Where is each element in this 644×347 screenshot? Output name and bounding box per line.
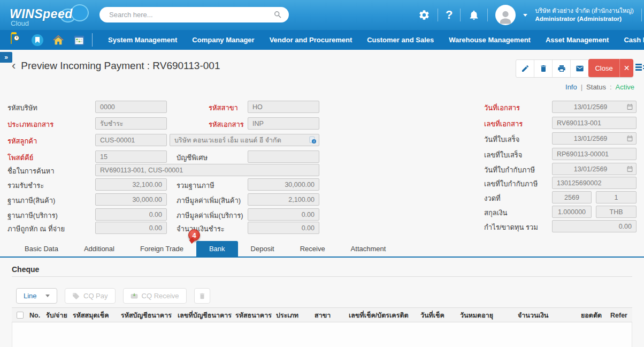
- menu-customer-sales[interactable]: Customer and Sales: [359, 30, 441, 50]
- user-company: บริษัท ตัวอย่าง จำกัด (สำนักงานใหญ่): [535, 7, 633, 14]
- detail-tabbar: Basic Data Additional Foreign Trade Bank…: [0, 242, 644, 258]
- edit-button[interactable]: [516, 60, 534, 77]
- col-cheque-card-no[interactable]: เลขที่เช็ค/บัตรเครดิต: [349, 308, 409, 323]
- field-document-no[interactable]: RV690113-001: [552, 117, 637, 129]
- field-total-gain-loss[interactable]: 0.00: [552, 220, 637, 232]
- cq-receive-button[interactable]: CQ Receive: [123, 288, 187, 304]
- field-tax-invoice-no[interactable]: 130125690002: [552, 177, 637, 189]
- field-receipt-no[interactable]: RP690113-00001: [552, 148, 637, 160]
- search-input[interactable]: [109, 7, 270, 22]
- calendar-icon[interactable]: [626, 165, 633, 172]
- field-payment-amount[interactable]: 0.00: [248, 222, 319, 234]
- field-branch-code[interactable]: HO: [248, 101, 319, 113]
- menu-company-manager[interactable]: Company Manager: [185, 30, 262, 50]
- settings-gear-icon[interactable]: [418, 9, 430, 21]
- col-bank-account-code[interactable]: รหัสบัญชีธนาคาร: [121, 308, 172, 323]
- col-expiry-date[interactable]: วันหมดอายุ: [460, 308, 493, 323]
- user-avatar[interactable]: [495, 5, 516, 25]
- label-vat-services: ภาษีมูลค่าเพิ่ม(บริการ): [177, 210, 243, 221]
- label-receipt-date: วันที่ใบเสร็จ: [484, 134, 519, 145]
- delete-line-button[interactable]: [194, 288, 210, 304]
- field-tax-base-services[interactable]: 0.00: [95, 208, 167, 221]
- home-icon[interactable]: [52, 34, 64, 46]
- menu-asset-management[interactable]: Asset Management: [538, 30, 616, 50]
- label-post-key: โพสต์คีย์: [7, 152, 33, 163]
- field-customer-code[interactable]: CUS-00001: [95, 134, 167, 146]
- close-x-icon[interactable]: ✕: [619, 59, 633, 77]
- col-refer[interactable]: Refer: [610, 308, 627, 323]
- menu-warehouse-management[interactable]: Warehouse Management: [441, 30, 538, 50]
- col-receive-pay[interactable]: รับ/จ่าย: [46, 308, 67, 323]
- col-cheque-book-code[interactable]: รหัสสมุดเช็ค: [73, 308, 109, 323]
- calendar-icon[interactable]: [626, 103, 633, 110]
- expand-sidebar-icon[interactable]: »: [0, 52, 12, 63]
- field-total-tax-base[interactable]: 30,000.00: [248, 178, 319, 191]
- tab-basic-data[interactable]: Basic Data: [12, 241, 71, 257]
- col-cheque-date[interactable]: วันที่เช็ค: [420, 308, 444, 323]
- chevron-down-icon[interactable]: [523, 14, 527, 17]
- col-type[interactable]: ประเภท: [276, 308, 298, 323]
- label-branch-code: รหัสสาขา: [209, 102, 238, 114]
- winspeed-logo[interactable]: WINSpeed Cloud: [10, 3, 90, 28]
- field-vat-goods[interactable]: 2,100.00: [248, 193, 319, 206]
- calendar-icon[interactable]: [626, 135, 633, 142]
- cq-pay-button[interactable]: CQ Pay: [65, 288, 116, 304]
- tab-deposit[interactable]: Deposit: [238, 241, 287, 257]
- col-deducted[interactable]: ยอดตัด: [581, 308, 602, 323]
- field-period-no[interactable]: 1: [596, 191, 637, 203]
- label-tax-base-services: ฐานภาษี(บริการ): [7, 210, 58, 221]
- bookmark-icon[interactable]: [32, 34, 43, 46]
- menu-vendor-procurement[interactable]: Vendor and Procurement: [262, 30, 360, 50]
- field-search-name[interactable]: RV690113-001, CUS-00001: [95, 164, 319, 176]
- folder-clock-icon[interactable]: [11, 34, 22, 46]
- field-receipt-date[interactable]: 13/01/2569: [552, 132, 637, 145]
- field-customer-name[interactable]: บริษัท คอนเวเยอร์ เอ็ม แอนด์ อี จำกัด i: [170, 134, 319, 146]
- field-document-date[interactable]: 13/01/2569: [552, 101, 637, 113]
- menu-list-icon[interactable]: [635, 64, 644, 72]
- field-period-year[interactable]: 2569: [552, 191, 592, 203]
- field-total-received[interactable]: 32,100.00: [95, 178, 167, 191]
- menu-cash-management[interactable]: Cash Management: [616, 30, 644, 50]
- tab-additional[interactable]: Additional: [71, 241, 127, 257]
- col-amount[interactable]: จำนวนเงิน: [518, 308, 548, 323]
- notifications-bell-icon[interactable]: [468, 9, 480, 21]
- field-withholding-tax[interactable]: 0.00: [95, 222, 167, 234]
- label-payment-amount: จำนวนเงินชำระ: [177, 223, 225, 235]
- col-bank-code[interactable]: รหัสธนาคาร: [235, 308, 272, 323]
- field-tax-invoice-date[interactable]: 13/01/2569: [552, 163, 637, 175]
- delete-button[interactable]: [534, 60, 553, 77]
- field-currency-code[interactable]: THB: [596, 206, 637, 218]
- field-document-type[interactable]: รับชำระ: [95, 117, 167, 130]
- col-no[interactable]: No.: [29, 308, 40, 323]
- menu-system-management[interactable]: System Management: [101, 30, 185, 50]
- search-icon[interactable]: [273, 10, 282, 19]
- info-icon[interactable]: i: [309, 136, 317, 144]
- field-document-code[interactable]: INP: [248, 117, 319, 130]
- calendar-icon[interactable]: [73, 34, 85, 46]
- tab-bank[interactable]: Bank: [196, 241, 238, 257]
- field-post-key[interactable]: 15: [95, 150, 167, 163]
- info-link[interactable]: Info: [565, 83, 577, 91]
- line-dropdown-button[interactable]: Line: [16, 288, 57, 304]
- close-button[interactable]: Close ✕: [588, 59, 633, 77]
- col-branch[interactable]: สาขา: [315, 308, 331, 323]
- label-withholding-tax: ภาษีถูกหัก ณ ที่จ่าย: [7, 223, 65, 235]
- tab-attachment[interactable]: Attachment: [338, 241, 399, 257]
- label-period: งวดที่: [484, 193, 501, 204]
- label-tax-invoice-no: เลขที่ใบกำกับภาษี: [484, 178, 538, 190]
- print-button[interactable]: [553, 60, 571, 77]
- email-button[interactable]: [571, 60, 589, 77]
- col-bank-account-no[interactable]: เลขที่บัญชีธนาคาร: [178, 308, 232, 323]
- select-all-checkbox[interactable]: [17, 312, 24, 319]
- field-exchange-rate[interactable]: 1.000000: [552, 206, 592, 218]
- user-info[interactable]: บริษัท ตัวอย่าง จำกัด (สำนักงานใหญ่) Adm…: [535, 7, 633, 23]
- field-tax-base-goods[interactable]: 30,000.00: [95, 193, 167, 206]
- field-special-account[interactable]: [248, 150, 319, 163]
- printer-icon: [557, 64, 566, 73]
- field-vat-services[interactable]: 0.00: [248, 208, 319, 221]
- field-company-code[interactable]: 0000: [95, 101, 167, 113]
- back-chevron-icon[interactable]: ‹: [12, 61, 16, 71]
- help-icon[interactable]: ?: [446, 8, 453, 22]
- tab-foreign-trade[interactable]: Foreign Trade: [127, 241, 196, 257]
- tab-receive[interactable]: Receive: [287, 241, 338, 257]
